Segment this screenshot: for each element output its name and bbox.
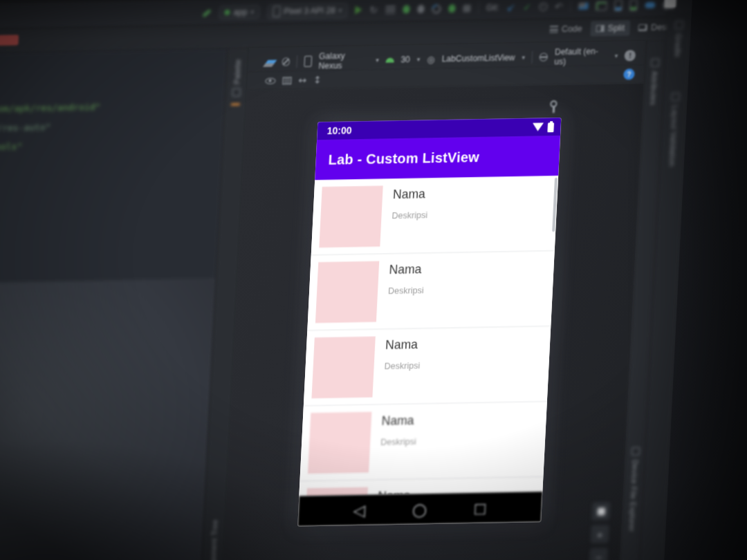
chevron-down-icon: ▾ (522, 54, 525, 61)
item-name: Nama (389, 263, 422, 278)
tab-split[interactable]: Split (590, 20, 630, 36)
horizontal-resize-icon[interactable]: ↔ (298, 75, 307, 86)
palette-icon (232, 88, 241, 97)
zoom-out-button[interactable]: − (589, 548, 608, 560)
editor-marker (231, 103, 240, 105)
design-surface[interactable]: 10:00 Lab - Custom ListView Nama Deskrip… (221, 84, 644, 560)
xml-code-editor[interactable]: ns> roid.com/apk/res/android" com/apk/re… (0, 48, 228, 560)
project-structure-icon[interactable] (579, 3, 589, 10)
wifi-icon (533, 123, 544, 131)
attach-debugger-icon[interactable] (417, 5, 425, 13)
target-device-select[interactable]: Pixel 3 API 28 ▾ (267, 3, 348, 19)
item-description: Deskripsi (380, 436, 416, 447)
api-level-select[interactable]: 30 (400, 55, 410, 64)
preview-device-select[interactable]: Galaxy Nexus (318, 50, 369, 71)
app-bar-title: Lab - Custom ListView (315, 136, 560, 180)
run-configuration-select[interactable]: app ▾ (219, 5, 260, 19)
back-icon: ◁ (353, 501, 366, 519)
profile-icon[interactable] (430, 2, 443, 15)
toolbar-divider (570, 0, 571, 12)
home-icon: ○ (412, 499, 427, 519)
zoom-fit-icon (597, 507, 605, 515)
chevron-down-icon: ▾ (417, 56, 421, 63)
editor-mode-switch: Code Split Design (544, 19, 683, 37)
attributes-label: Attributes (649, 71, 658, 106)
device-manager-icon[interactable] (614, 0, 622, 11)
android-studio-window: app ▾ Pixel 3 API 28 ▾ ↻ Git: ↙ ✓ ↶ (0, 0, 747, 560)
item-name: Nama (381, 413, 414, 429)
attributes-icon (651, 59, 660, 67)
terminal-icon[interactable] (596, 1, 607, 10)
git-label: Git: (486, 3, 499, 12)
list-item: Nama Deskripsi (307, 251, 554, 330)
debug-icon[interactable] (403, 5, 410, 13)
device-icon (273, 6, 281, 17)
view-options-icon[interactable] (265, 77, 275, 84)
item-name: Nama (393, 187, 426, 203)
history-icon[interactable] (539, 3, 548, 11)
design-surface-icon[interactable] (264, 59, 277, 64)
stop-icon[interactable] (463, 4, 471, 12)
item-description: Deskripsi (384, 361, 420, 371)
zoom-in-button[interactable]: + (591, 525, 609, 543)
battery-icon (547, 122, 554, 132)
git-commit-icon[interactable]: ✓ (523, 1, 532, 12)
run-configuration-label: app (233, 7, 248, 17)
device-file-explorer-icon (631, 447, 640, 455)
notifications-icon[interactable] (664, 0, 676, 8)
vertical-resize-icon[interactable]: ↕ (313, 74, 322, 85)
android-api-icon (386, 57, 394, 62)
code-view-icon (550, 26, 559, 32)
toolbar-divider (532, 51, 533, 64)
item-image-placeholder (315, 261, 379, 324)
device-file-explorer-label: Device File Explorer (627, 459, 639, 532)
toolbar-divider (478, 1, 479, 14)
rollback-icon[interactable]: ↶ (555, 1, 564, 12)
theme-select[interactable]: LabCustomListView (441, 53, 515, 64)
zoom-to-fit-button[interactable] (591, 502, 610, 520)
gradle-label: Gradle (674, 33, 683, 57)
tab-code[interactable]: Code (544, 21, 588, 37)
toolwindow-gradle[interactable]: Gradle (665, 21, 692, 57)
item-image-placeholder (319, 186, 382, 248)
tab-code-label: Code (562, 24, 583, 35)
theme-icon: ◎ (427, 54, 435, 64)
item-description: Deskripsi (391, 210, 427, 221)
phone-preview[interactable]: 10:00 Lab - Custom ListView Nama Deskrip… (297, 118, 561, 526)
render-issues-badge[interactable]: ! (625, 50, 636, 61)
apply-changes-icon[interactable]: ↻ (369, 4, 378, 15)
restart-activity-icon[interactable] (448, 4, 456, 12)
toolwindow-palette[interactable]: Palette (225, 59, 248, 97)
status-time: 10:00 (326, 125, 352, 137)
running-devices-icon[interactable] (629, 0, 638, 10)
apply-code-changes-icon[interactable] (385, 6, 396, 13)
git-update-icon[interactable]: ↙ (506, 1, 515, 13)
design-view-icon (638, 24, 648, 31)
list-item: Nama Deskripsi (311, 176, 558, 255)
device-icon (304, 56, 313, 67)
component-tree-label: Component Tree (208, 519, 219, 560)
listview[interactable]: Nama Deskripsi Nama Deskripsi Nama Deskr… (299, 176, 558, 496)
item-name: Nama (385, 338, 418, 353)
item-image-placeholder (311, 337, 375, 399)
list-item: Nama Deskripsi (304, 326, 551, 406)
build-hammer-icon[interactable] (202, 8, 211, 17)
code-line: com/apk/res-auto" (0, 122, 51, 133)
editor-blur-area (0, 279, 216, 560)
design-panel: Galaxy Nexus ▾ 30 ▾ ◎ LabCustomListView … (221, 41, 646, 560)
help-badge[interactable]: ? (623, 68, 635, 80)
disable-tools-icon[interactable] (282, 57, 290, 66)
chevron-down-icon: ▾ (339, 7, 342, 14)
chevron-down-icon: ▾ (250, 8, 254, 15)
item-image-placeholder (308, 412, 371, 474)
gradle-icon (675, 21, 684, 29)
run-icon[interactable] (355, 6, 362, 14)
render-settings-wrench-icon[interactable] (550, 100, 557, 107)
sdk-manager-icon[interactable] (645, 1, 656, 8)
locale-select[interactable]: Default (en-us) (554, 46, 608, 66)
code-line: roid.com/apk/res/android" (0, 102, 101, 115)
list-options-icon[interactable] (282, 77, 292, 84)
toolwindow-component-tree[interactable]: Component Tree (201, 519, 225, 560)
target-device-label: Pixel 3 API 28 (284, 6, 335, 16)
chevron-down-icon: ▾ (376, 57, 379, 64)
